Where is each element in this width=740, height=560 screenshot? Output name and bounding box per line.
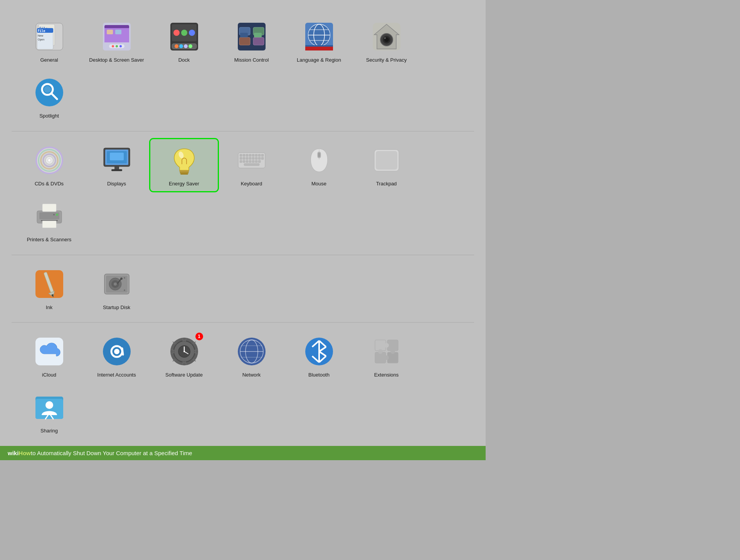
svg-line-130 <box>122 348 123 355</box>
software-update-label: Software Update <box>165 372 203 378</box>
section-system: Ink Startup Disk <box>12 255 474 323</box>
displays-icon <box>99 143 134 178</box>
svg-point-22 <box>173 30 180 36</box>
preference-item-general[interactable]: File New Ope File New Open General <box>15 15 83 67</box>
mouse-label: Mouse <box>311 181 326 187</box>
preference-item-dock[interactable]: Dock <box>150 15 218 67</box>
svg-rect-153 <box>375 340 386 351</box>
svg-rect-78 <box>243 154 245 156</box>
sharing-label: Sharing <box>40 428 58 434</box>
preference-item-displays[interactable]: Displays <box>83 139 150 191</box>
preference-item-sharing[interactable]: Sharing <box>15 386 83 438</box>
keyboard-icon <box>234 143 269 178</box>
svg-rect-99 <box>258 160 261 163</box>
icloud-label: iCloud <box>42 372 56 378</box>
preference-item-startup-disk[interactable]: Startup Disk <box>83 263 150 315</box>
svg-rect-71 <box>180 170 189 172</box>
section-personal: File New Ope File New Open General Deskt… <box>12 8 474 131</box>
svg-rect-95 <box>246 160 248 163</box>
preference-item-keyboard[interactable]: Keyboard <box>218 139 285 191</box>
desktop-screen-saver-icon <box>99 19 134 54</box>
spotlight-icon <box>32 75 67 110</box>
svg-point-157 <box>384 343 389 348</box>
svg-point-158 <box>384 355 389 360</box>
ink-icon <box>32 267 67 301</box>
svg-rect-90 <box>255 157 257 160</box>
extensions-icon <box>369 334 404 369</box>
preference-item-icloud[interactable]: iCloud <box>15 330 83 382</box>
svg-rect-88 <box>249 157 251 160</box>
svg-rect-94 <box>243 160 245 163</box>
preference-item-ink[interactable]: Ink <box>15 263 83 315</box>
svg-rect-89 <box>252 157 254 160</box>
svg-point-26 <box>175 44 178 48</box>
software-update-icon: 1 <box>167 334 202 369</box>
preference-item-extensions[interactable]: Extensions <box>353 330 420 382</box>
svg-point-112 <box>53 214 55 215</box>
svg-point-53 <box>35 79 63 106</box>
desktop-screen-saver-label: Desktop & Screen Saver <box>89 57 144 64</box>
preference-item-energy-saver[interactable]: Energy Saver <box>150 139 218 191</box>
svg-text:New: New <box>38 34 44 37</box>
svg-rect-87 <box>246 157 248 160</box>
svg-rect-91 <box>258 157 261 160</box>
svg-rect-86 <box>243 157 245 160</box>
bluetooth-label: Bluetooth <box>308 372 330 378</box>
preference-item-printers-scanners[interactable]: Printers & Scanners <box>15 195 83 247</box>
svg-rect-97 <box>252 160 254 163</box>
preference-item-security-privacy[interactable]: Security & Privacy <box>353 15 420 67</box>
preference-item-cds-dvds[interactable]: CDs & DVDs <box>15 139 83 191</box>
svg-point-29 <box>188 44 192 48</box>
svg-point-125 <box>124 289 125 291</box>
svg-rect-155 <box>375 352 386 363</box>
svg-point-129 <box>114 349 119 354</box>
preference-item-spotlight[interactable]: Spotlight <box>15 71 83 123</box>
trackpad-icon <box>369 143 404 178</box>
preference-item-mouse[interactable]: Mouse <box>285 139 353 191</box>
svg-rect-73 <box>180 173 188 175</box>
svg-point-23 <box>181 30 187 36</box>
svg-rect-81 <box>252 154 254 156</box>
svg-point-19 <box>119 45 122 47</box>
wiki-how: How <box>18 450 31 456</box>
icloud-icon <box>32 334 67 369</box>
energy-saver-label: Energy Saver <box>169 181 199 187</box>
svg-rect-82 <box>255 154 257 156</box>
preference-item-software-update[interactable]: 1Software Update <box>150 330 218 382</box>
preference-item-language-region[interactable]: Language & Region <box>285 15 353 67</box>
cds-dvds-label: CDs & DVDs <box>35 181 64 187</box>
general-icon: File New Ope File New Open <box>32 19 67 54</box>
dock-label: Dock <box>178 57 190 64</box>
svg-point-52 <box>384 37 386 39</box>
svg-text:File: File <box>38 29 45 33</box>
svg-rect-154 <box>387 340 398 351</box>
svg-point-121 <box>114 283 117 286</box>
svg-rect-109 <box>42 221 56 228</box>
security-privacy-icon <box>369 19 404 54</box>
network-icon <box>234 334 269 369</box>
internet-accounts-label: Internet Accounts <box>97 372 136 378</box>
displays-label: Displays <box>107 181 126 187</box>
svg-point-123 <box>120 277 123 280</box>
dock-icon <box>167 19 202 54</box>
svg-rect-110 <box>42 204 56 212</box>
svg-point-17 <box>112 45 114 47</box>
svg-rect-79 <box>246 154 248 156</box>
svg-rect-33 <box>239 37 250 45</box>
wikihow-bar: wikiHow to Automatically Shut Down Your … <box>0 446 486 460</box>
preference-item-bluetooth[interactable]: Bluetooth <box>285 330 353 382</box>
preference-item-network[interactable]: Network <box>218 330 285 382</box>
preference-item-mission-control[interactable]: Mission Control <box>218 15 285 67</box>
keyboard-label: Keyboard <box>241 181 262 187</box>
preference-item-desktop-screen-saver[interactable]: Desktop & Screen Saver <box>83 15 150 67</box>
extensions-label: Extensions <box>374 372 399 378</box>
preference-item-trackpad[interactable]: Trackpad <box>353 139 420 191</box>
svg-rect-105 <box>376 151 397 170</box>
printers-scanners-icon <box>32 199 67 234</box>
network-label: Network <box>242 372 261 378</box>
preference-item-internet-accounts[interactable]: Internet Accounts <box>83 330 150 382</box>
spotlight-label: Spotlight <box>39 113 59 119</box>
svg-point-63 <box>48 159 51 162</box>
svg-point-28 <box>184 44 188 48</box>
svg-rect-96 <box>249 160 251 163</box>
